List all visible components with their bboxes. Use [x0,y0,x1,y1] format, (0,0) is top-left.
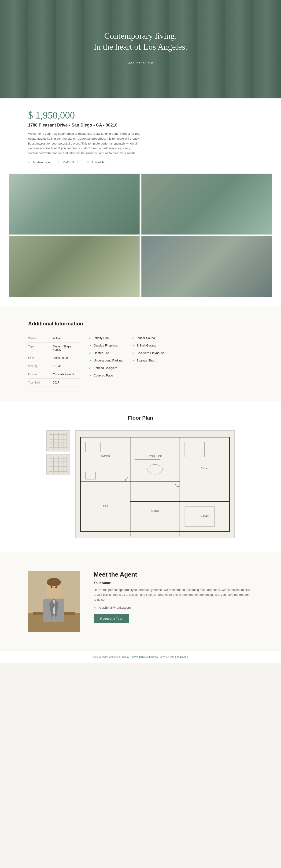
prop-row-year: Year Built 2017 [28,379,80,387]
check-icon-10: ✓ [132,359,135,363]
hero-section: Contemporary living. In the heart of Los… [0,0,281,98]
prop-value-size: 15,549 [53,365,62,368]
amenity-storage-shed: ✓ Storage Shed [132,357,165,364]
additional-info-section: Additional Information Status Active Typ… [0,307,281,401]
amenities-col-1: ✓ Infinity Pool ✓ Outside Fireplace ✓ He… [89,334,123,387]
prop-row-flooring: Flooring Concrete / Wood [28,370,80,379]
amenity-backyard-playhouse: ✓ Backyard Playhouse [132,349,165,357]
amenity-covered-patio: ✓ Covered Patio [89,372,123,379]
check-icon-7: ✓ [132,336,135,340]
platform-link[interactable]: Leadpages [175,655,188,658]
prop-label-size: Size(ft) [28,365,49,368]
check-icon-1: ✓ [89,336,92,340]
floor-plan-thumb-1[interactable] [46,430,70,452]
agent-name: Your Name [94,581,253,585]
property-specs: ⌂ Modern Style ⤢ 15,485 Sq. Ft ☀ Forced … [28,160,253,164]
svg-point-26 [47,578,61,586]
amenities-col-2: ✓ Indoor Sauna ✓ 3-Stall Garage ✓ Backya… [132,334,165,387]
floor-plan-section: Floor Plan Bedroom Bath Living Ro [0,401,281,552]
thumb-inner-1 [49,433,67,449]
gallery-image-1 [9,174,139,235]
gallery-image-4 [142,237,272,297]
spec-hvac: ☀ Forced Air [87,160,105,164]
prop-label-price: Price [28,356,49,360]
check-icon-5: ✓ [89,366,92,370]
svg-point-27 [51,586,53,588]
floor-plan-title: Floor Plan [19,415,262,421]
amenity-infinity-pool: ✓ Infinity Pool [89,334,123,342]
property-description: Welcome to your new commercial or reside… [28,131,140,156]
prop-label-flooring: Flooring [28,373,49,376]
prop-value-flooring: Concrete / Wood [53,373,74,376]
amenity-heated-tile: ✓ Heated Tile [89,349,123,357]
agent-info: Meet the Agent Your Name Here's the perf… [94,571,253,623]
intro-section: $ 1,950,000 1786 Pleasant Drive • San Di… [0,98,281,174]
gallery-image-2 [142,174,272,235]
svg-text:Master: Master [201,467,209,470]
prop-value-type: Modern Single Family [53,345,80,351]
amenity-outside-fireplace: ✓ Outside Fireplace [89,342,123,349]
prop-value-year: 2017 [53,381,59,384]
amenities-wrapper: ✓ Infinity Pool ✓ Outside Fireplace ✓ He… [89,334,164,387]
email-icon: ✉ [94,606,96,609]
prop-value-status: Active [53,337,61,340]
svg-point-28 [55,586,57,588]
svg-text:Kitchen: Kitchen [151,509,159,513]
svg-text:Bedroom: Bedroom [100,455,110,458]
property-address: 1786 Pleasant Drive • San Diego • CA • 9… [28,123,253,128]
amenity-indoor-sauna: ✓ Indoor Sauna [132,334,165,342]
property-price: $ 1,950,000 [28,110,253,121]
info-layout: Status Active Type Modern Single Family … [28,334,253,387]
agent-photo [28,571,80,632]
check-icon-3: ✓ [89,351,92,355]
prop-row-size: Size(ft) 15,549 [28,362,80,370]
gallery-image-3 [9,237,139,297]
agent-bio: Here's the perfect opportunity to introd… [94,588,253,602]
check-icon-6: ✓ [89,374,92,377]
home-icon: ⌂ [28,160,32,164]
agent-cta-button[interactable]: Request a Tour [94,614,129,623]
agent-section-title: Meet the Agent [94,571,253,578]
properties-table: Status Active Type Modern Single Family … [28,334,80,387]
floor-plan-thumb-2[interactable] [46,454,70,475]
privacy-policy-link[interactable]: Privacy Policy [121,655,136,658]
agent-section: Meet the Agent Your Name Here's the perf… [0,552,281,651]
prop-label-year: Year Built [28,381,49,384]
svg-rect-0 [81,437,229,532]
amenity-3-stall-garage: ✓ 3-Stall Garage [132,342,165,349]
check-icon-4: ✓ [89,359,92,363]
size-icon: ⤢ [57,160,61,164]
amenity-fenced-backyard: ✓ Fenced Backyard [89,364,123,372]
spec-style: ⌂ Modern Style [28,160,50,164]
check-icon-2: ✓ [89,344,92,347]
prop-row-price: Price $ 950,000.00 [28,354,80,362]
site-footer: ©2023 Your Company | Privacy Policy | Te… [0,651,281,663]
terms-of-service-link[interactable]: Terms of Service [138,655,158,658]
check-icon-9: ✓ [132,351,135,355]
thumb-inner-2 [49,457,67,473]
agent-photo-svg [28,571,80,632]
footer-copyright: ©2023 Your Company | [93,655,121,658]
hvac-icon: ☀ [87,160,91,164]
floor-plan-svg: Bedroom Bath Living Room Kitchen Master … [75,431,235,538]
floor-plan-main: Bedroom Bath Living Room Kitchen Master … [75,430,235,538]
agent-email-row: ✉ Your.Email@realtor.com [94,606,253,609]
prop-label-type: Type [28,345,49,351]
prop-label-status: Status [28,337,49,340]
floor-plan-thumbnails [46,430,70,475]
additional-info-title: Additional Information [28,321,253,327]
svg-text:Garage: Garage [201,514,209,517]
prop-row-status: Status Active [28,334,80,342]
hero-content: Contemporary living. In the heart of Los… [94,30,187,68]
spec-size: ⤢ 15,485 Sq. Ft [57,160,80,164]
prop-value-price: $ 950,000.00 [53,356,69,360]
hero-cta-button[interactable]: Request a Tour [120,58,161,68]
svg-text:Bath: Bath [103,504,108,507]
hero-title: Contemporary living. In the heart of Los… [94,30,187,53]
prop-row-type: Type Modern Single Family [28,342,80,354]
floor-plan-container: Bedroom Bath Living Room Kitchen Master … [19,430,262,538]
amenity-underground-parking: ✓ Underground Parking [89,357,123,364]
agent-email-text: Your.Email@realtor.com [98,606,131,609]
check-icon-8: ✓ [132,344,135,347]
footer-built-with: | Created with [159,655,175,658]
